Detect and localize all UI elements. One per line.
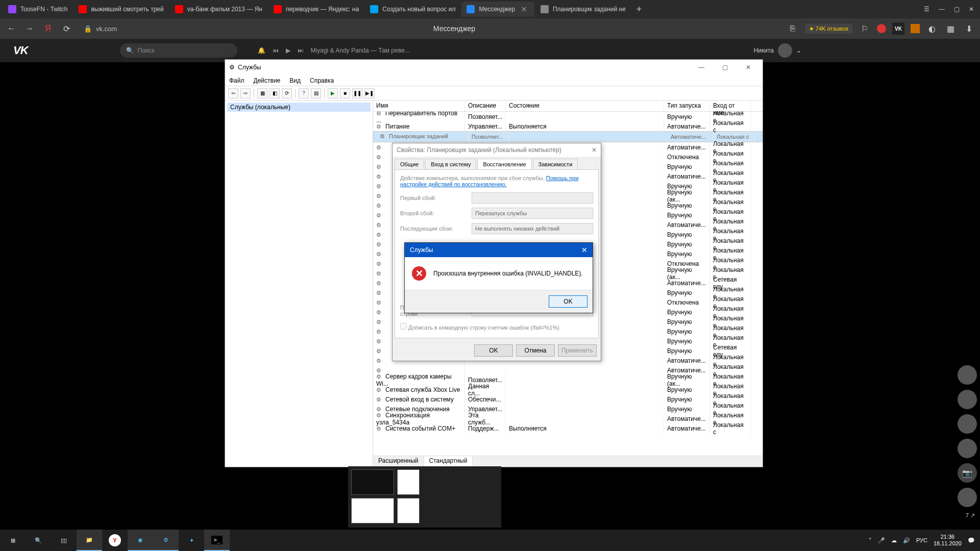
col-logon[interactable]: Вход от име <box>710 101 751 111</box>
app-icon[interactable]: ◉ <box>128 530 153 551</box>
checkbox-fail[interactable] <box>400 323 407 330</box>
select-second[interactable]: Перезапуск службы <box>472 208 593 219</box>
help-icon[interactable]: ? <box>299 88 309 98</box>
menu-view[interactable]: Вид <box>289 77 301 84</box>
properties-icon[interactable]: ▤ <box>311 88 321 98</box>
apply-button[interactable]: Применить <box>558 344 597 357</box>
reviews-badge[interactable]: ★ 74K отзывов <box>805 24 852 34</box>
col-state[interactable]: Состояние <box>506 101 664 111</box>
vk-logo[interactable]: VK <box>13 44 28 57</box>
tab-deps[interactable]: Зависимости <box>533 159 578 169</box>
service-row[interactable]: Перенаправитель портов ...Позволяет...Вр… <box>373 112 763 121</box>
yandex-browser-icon[interactable]: Y <box>102 530 128 551</box>
tree-node[interactable]: Службы (локальные) <box>227 103 371 112</box>
thumbnail[interactable] <box>397 498 420 523</box>
browser-tab[interactable]: Планировщик заданий не <box>535 2 631 17</box>
start-button[interactable]: ⊞ <box>0 530 26 551</box>
copy-icon[interactable]: ⎘ <box>787 22 799 35</box>
nav-fwd-icon[interactable]: ⇨ <box>240 88 251 98</box>
close-icon[interactable]: ✕ <box>581 246 587 254</box>
language-indicator[interactable]: РУС <box>916 537 927 543</box>
menu-action[interactable]: Действие <box>254 77 281 84</box>
new-tab-button[interactable]: + <box>632 2 646 16</box>
maximize-icon[interactable]: ▢ <box>715 64 735 71</box>
search-icon[interactable]: 🔍 <box>26 530 51 551</box>
app-icon[interactable]: ✦ <box>179 530 204 551</box>
tray-chevron-icon[interactable]: ˄ <box>869 537 872 544</box>
close-icon[interactable]: ✕ <box>738 64 758 71</box>
ok-button[interactable]: OK <box>474 344 513 357</box>
tab-standard[interactable]: Стандартный <box>424 456 473 467</box>
service-row[interactable]: Сетевой вход в системуОбеспечи...Вручную… <box>373 394 763 404</box>
thumbnail[interactable] <box>351 469 394 495</box>
service-row[interactable]: ПитаниеУправляет...ВыполняетсяАвтоматиче… <box>373 121 763 131</box>
settings-icon[interactable]: ⚙ <box>153 530 179 551</box>
back-icon[interactable]: ← <box>5 22 17 35</box>
tab-close-icon[interactable]: ✕ <box>519 5 529 13</box>
notifications-icon[interactable]: 💬 <box>968 537 975 544</box>
vk-search[interactable]: 🔍 Поиск <box>120 43 237 58</box>
avatar[interactable] <box>958 414 977 434</box>
services-titlebar[interactable]: ⚙ Службы — ▢ ✕ <box>225 60 763 75</box>
thumbnail[interactable] <box>397 469 420 495</box>
ok-button[interactable]: OK <box>549 295 587 308</box>
avatar[interactable] <box>958 488 977 507</box>
service-row[interactable]: Сетевая служба Xbox LiveДанная сл...Вруч… <box>373 385 763 394</box>
ext4-icon[interactable]: ◐ <box>926 22 938 35</box>
vk-ext-icon[interactable]: VK <box>892 22 904 35</box>
ext5-icon[interactable]: ▦ <box>944 22 957 35</box>
tab-logon[interactable]: Вход в систему <box>425 159 476 169</box>
volume-icon[interactable]: 🔊 <box>903 537 910 544</box>
col-name[interactable]: Имя <box>373 101 465 111</box>
next-track-icon[interactable]: ⏭ <box>298 47 304 54</box>
username[interactable]: Никита <box>754 47 774 54</box>
bell-icon[interactable]: 🔔 <box>258 47 265 54</box>
browser-tab[interactable]: Мессенджер✕ <box>461 2 534 17</box>
service-row[interactable]: Планировщик заданийПозволяет...Автоматич… <box>373 131 763 142</box>
camera-icon[interactable]: 📷 <box>958 463 977 483</box>
forward-icon[interactable]: → <box>23 22 36 35</box>
service-row[interactable]: Система событий COM+Поддерж...Выполняетс… <box>373 423 763 433</box>
browser-close-icon[interactable]: ✕ <box>969 6 974 13</box>
prev-track-icon[interactable]: ⏮ <box>273 47 279 54</box>
downloads-icon[interactable]: ⬇ <box>963 22 975 35</box>
bookmark-icon[interactable]: ⚐ <box>859 22 871 35</box>
url-box[interactable]: 🔒 vk.com <box>79 23 122 35</box>
tab-extended[interactable]: Расширенный <box>373 456 424 467</box>
yandex-icon[interactable]: Я <box>42 22 54 35</box>
browser-tab[interactable]: Создать новый вопрос ил <box>365 2 460 17</box>
now-playing[interactable]: Miyagi & Andy Panda — Там реве... <box>311 47 410 54</box>
col-start[interactable]: Тип запуска <box>664 101 710 111</box>
start-icon[interactable]: ▶ <box>328 88 338 98</box>
toolbar-icon[interactable]: ▦ <box>257 88 267 98</box>
col-desc[interactable]: Описание <box>465 101 506 111</box>
avatar[interactable] <box>778 43 792 58</box>
service-row[interactable]: Синхронизация узла_5434aЭта служб...Авто… <box>373 414 763 423</box>
cancel-button[interactable]: Отмена <box>516 344 555 357</box>
select-first[interactable] <box>472 192 593 204</box>
services-tree[interactable]: Службы (локальные) <box>225 101 373 467</box>
minimize-icon[interactable]: — <box>691 64 712 71</box>
avatar[interactable] <box>958 365 977 385</box>
ext3-icon[interactable] <box>911 24 920 33</box>
tab-general[interactable]: Общие <box>395 159 424 169</box>
menu-help[interactable]: Справка <box>310 77 334 84</box>
tab-recovery[interactable]: Восстановление <box>477 159 531 169</box>
clock[interactable]: 21:36 18.11.2020 <box>934 534 962 547</box>
menu-file[interactable]: Файл <box>229 77 244 84</box>
select-next[interactable]: Не выполнять никаких действий <box>472 223 593 234</box>
tray-icon[interactable]: 🎤 <box>878 537 885 544</box>
nav-back-icon[interactable]: ⇦ <box>228 88 238 98</box>
taskview-icon[interactable]: ▯▯ <box>51 530 77 551</box>
service-row[interactable]: Сервер кадров камеры Wi...Позволяет...Вр… <box>373 375 763 385</box>
chevron-down-icon[interactable]: ⌄ <box>796 47 801 54</box>
properties-titlebar[interactable]: Свойства: Планировщик заданий (Локальный… <box>393 143 601 157</box>
pause-icon[interactable]: ❚❚ <box>352 88 362 98</box>
restart-icon[interactable]: ▶❚ <box>364 88 375 98</box>
browser-tab[interactable]: выживший смотреть трей <box>74 2 168 17</box>
tray-icon[interactable]: ☁ <box>891 537 897 544</box>
error-titlebar[interactable]: Службы ✕ <box>405 243 593 257</box>
close-icon[interactable]: ✕ <box>592 146 597 154</box>
stop-icon[interactable]: ■ <box>340 88 350 98</box>
browser-tab[interactable]: переводчик — Яндекс: на <box>268 2 364 17</box>
